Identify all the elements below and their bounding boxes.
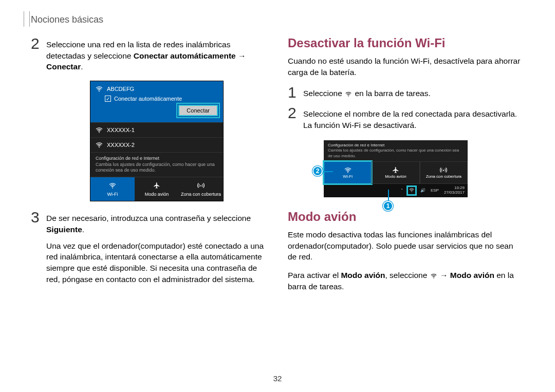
callout-line: [323, 171, 333, 172]
step-number: 2: [31, 36, 46, 51]
step-text: Seleccione una red en la lista de redes …: [46, 36, 267, 72]
network-settings-title: Configuración de red e Internet: [328, 143, 464, 148]
step-number: 1: [288, 85, 303, 100]
left-column: 2 Seleccione una red en la lista de rede…: [31, 36, 267, 371]
tray-sound-icon: 🔊: [420, 188, 425, 193]
right-column: Desactivar la función Wi-Fi Cuando no es…: [288, 36, 524, 371]
page-body: 2 Seleccione una red en la lista de rede…: [31, 36, 524, 371]
step-number: 2: [288, 105, 303, 121]
heading-deactivate-wifi: Desactivar la función Wi-Fi: [288, 36, 524, 50]
ssid-item: XXXXXX-1: [90, 122, 223, 137]
step-2: 2 Seleccione el nombre de la red conecta…: [288, 105, 524, 130]
wifi-icon: [431, 273, 437, 279]
callout-line: [388, 190, 389, 202]
tray-time: 10:29: [454, 185, 465, 190]
network-settings-link: Configuración de red e Internet Cambia l…: [90, 152, 223, 177]
header-divider: [24, 11, 30, 27]
taskbar: ˄ 🔊 ESP 10:29 27/03/2017: [324, 184, 468, 197]
tile-hotspot: Zona con cobertura: [179, 177, 223, 201]
callout-marker: 1: [383, 201, 393, 211]
airplane-paragraph-2: Para activar el Modo avión, seleccione →…: [288, 270, 524, 292]
connect-button[interactable]: Conectar: [178, 105, 218, 116]
page-number: 32: [273, 374, 282, 383]
step-text: De ser necesario, introduzca una contras…: [46, 210, 267, 235]
airplane-paragraph-1: Este modo desactiva todas las funciones …: [288, 229, 524, 263]
heading-airplane-mode: Modo avión: [288, 210, 524, 224]
callout-marker: 2: [312, 166, 323, 176]
checkbox-icon: ✓: [105, 96, 111, 102]
tile-wifi: Wi-Fi: [324, 161, 372, 184]
step-3-paragraph: Una vez que el ordenador(computador) est…: [46, 240, 267, 285]
tray-date: 27/03/2017: [444, 190, 465, 195]
tile-airplane: Modo avión: [372, 161, 419, 184]
tray-wifi-icon: [408, 187, 415, 194]
page-header: Nociones básicas: [31, 14, 103, 25]
step-text: Seleccione en la barra de tareas.: [303, 85, 431, 99]
tile-hotspot: Zona con cobertura: [420, 161, 468, 184]
taskbar-screenshot: Configuración de red e Internet Cambia l…: [303, 140, 483, 197]
ssid-item: XXXXXX-2: [90, 137, 223, 152]
wifi-icon: [345, 91, 351, 97]
step-2: 2 Seleccione una red en la lista de rede…: [31, 36, 267, 72]
step-text: Seleccione el nombre de la red conectada…: [303, 105, 524, 130]
wifi-icon: [96, 85, 103, 92]
wifi-list-screenshot: ABCDEFG ✓Conectar automáticamente Conect…: [46, 81, 267, 201]
deactivate-intro: Cuando no esté usando la función Wi-Fi, …: [288, 55, 524, 78]
tile-airplane: Modo avión: [135, 177, 179, 201]
step-1: 1 Seleccione en la barra de tareas.: [288, 85, 524, 100]
step-number: 3: [31, 210, 46, 225]
ssid-main: ABCDEFG: [107, 86, 134, 92]
tray-chevron-icon: ˄: [401, 188, 403, 193]
tile-wifi: Wi-Fi: [90, 177, 135, 201]
step-3: 3 De ser necesario, introduzca una contr…: [31, 210, 267, 235]
network-settings-sub: Cambia los ajustes de configuración, com…: [328, 148, 464, 159]
tray-language: ESP: [431, 188, 439, 193]
auto-connect-label: Conectar automáticamente: [114, 96, 182, 102]
